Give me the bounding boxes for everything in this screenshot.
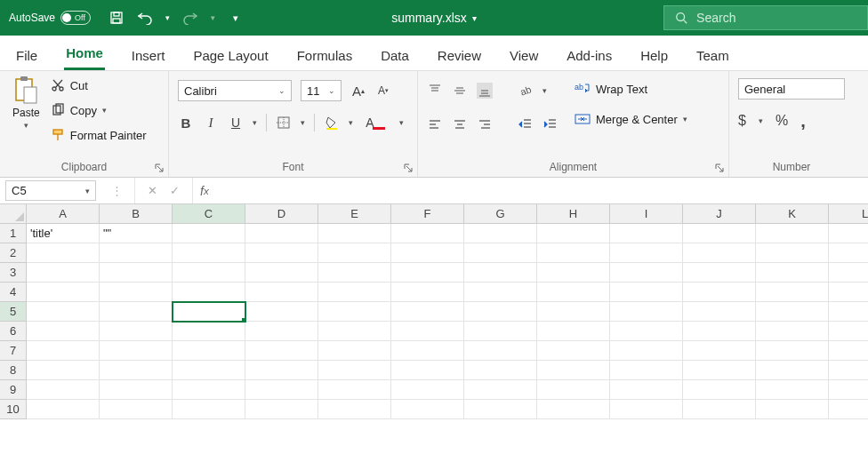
cell-C9[interactable] xyxy=(173,380,245,400)
undo-dropdown-icon[interactable]: ▾ xyxy=(165,13,170,22)
cell-F9[interactable] xyxy=(391,380,464,400)
align-right-icon[interactable] xyxy=(477,116,493,132)
autosave-toggle[interactable]: AutoSave Off xyxy=(0,11,100,25)
tab-insert[interactable]: Insert xyxy=(130,41,167,70)
column-header[interactable]: F xyxy=(391,204,464,224)
align-middle-icon[interactable] xyxy=(452,83,468,99)
cell-I2[interactable] xyxy=(610,243,683,263)
chevron-down-icon[interactable]: ▾ xyxy=(542,86,547,95)
cell-C5[interactable] xyxy=(173,302,245,322)
cell-K1[interactable] xyxy=(756,224,829,243)
paste-button[interactable]: Paste ▾ xyxy=(9,75,44,130)
tab-formulas[interactable]: Formulas xyxy=(295,41,355,70)
cell-L9[interactable] xyxy=(829,380,868,400)
column-header[interactable]: E xyxy=(318,204,391,224)
fx-icon[interactable]: fx xyxy=(193,178,216,203)
cell-F4[interactable] xyxy=(391,283,464,302)
cell-J7[interactable] xyxy=(683,341,756,361)
formula-input[interactable] xyxy=(216,178,868,203)
dialog-launcher-icon[interactable] xyxy=(403,163,414,173)
align-bottom-icon[interactable] xyxy=(477,83,493,99)
cell-D3[interactable] xyxy=(245,263,318,283)
cell-A8[interactable] xyxy=(27,361,100,380)
cell-L6[interactable] xyxy=(829,322,868,341)
cell-D9[interactable] xyxy=(245,380,318,400)
column-header[interactable]: H xyxy=(537,204,610,224)
cell-K2[interactable] xyxy=(756,243,829,263)
cell-E7[interactable] xyxy=(318,341,391,361)
row-header[interactable]: 2 xyxy=(0,243,27,263)
cell-F1[interactable] xyxy=(391,224,464,243)
cell-H9[interactable] xyxy=(537,380,610,400)
cell-A3[interactable] xyxy=(27,263,100,283)
cell-E10[interactable] xyxy=(318,400,391,419)
cell-H7[interactable] xyxy=(537,341,610,361)
align-center-icon[interactable] xyxy=(452,116,468,132)
cell-H10[interactable] xyxy=(537,400,610,419)
cell-E2[interactable] xyxy=(318,243,391,263)
cell-D5[interactable] xyxy=(245,302,318,322)
column-header[interactable]: C xyxy=(173,204,245,224)
name-box-expand[interactable]: ⋮ xyxy=(100,178,135,203)
cell-L1[interactable] xyxy=(829,224,868,243)
accounting-format-button[interactable]: $ xyxy=(738,113,746,129)
italic-button[interactable]: I xyxy=(203,115,219,131)
row-header[interactable]: 5 xyxy=(0,302,27,322)
cell-I6[interactable] xyxy=(610,322,683,341)
cell-C10[interactable] xyxy=(173,400,245,419)
tab-view[interactable]: View xyxy=(508,41,540,70)
orientation-icon[interactable]: ab xyxy=(518,83,534,99)
cell-L3[interactable] xyxy=(829,263,868,283)
spreadsheet-grid[interactable]: ABCDEFGHIJKL 12345678910 'title'"" xyxy=(0,204,868,462)
row-header[interactable]: 3 xyxy=(0,263,27,283)
cell-E3[interactable] xyxy=(318,263,391,283)
row-header[interactable]: 10 xyxy=(0,400,27,419)
cell-G6[interactable] xyxy=(464,322,537,341)
cell-C6[interactable] xyxy=(173,322,245,341)
chevron-down-icon[interactable]: ▾ xyxy=(349,118,353,127)
decrease-indent-icon[interactable] xyxy=(518,116,534,132)
tab-help[interactable]: Help xyxy=(639,41,670,70)
cut-button[interactable]: Cut xyxy=(51,75,147,96)
cell-J1[interactable] xyxy=(683,224,756,243)
cells-area[interactable]: 'title'"" xyxy=(27,224,868,419)
cell-A10[interactable] xyxy=(27,400,100,419)
tab-page-layout[interactable]: Page Layout xyxy=(191,41,269,70)
cell-G1[interactable] xyxy=(464,224,537,243)
font-name-select[interactable]: Calibri⌄ xyxy=(178,80,292,101)
cell-F10[interactable] xyxy=(391,400,464,419)
cell-L5[interactable] xyxy=(829,302,868,322)
cell-B10[interactable] xyxy=(100,400,173,419)
cell-E8[interactable] xyxy=(318,361,391,380)
cell-I9[interactable] xyxy=(610,380,683,400)
cell-D8[interactable] xyxy=(245,361,318,380)
cell-E5[interactable] xyxy=(318,302,391,322)
cell-A4[interactable] xyxy=(27,283,100,302)
cell-G7[interactable] xyxy=(464,341,537,361)
cell-D7[interactable] xyxy=(245,341,318,361)
cell-L8[interactable] xyxy=(829,361,868,380)
cell-K9[interactable] xyxy=(756,380,829,400)
cell-D4[interactable] xyxy=(245,283,318,302)
fill-color-button[interactable] xyxy=(324,115,340,131)
cell-E1[interactable] xyxy=(318,224,391,243)
cell-A6[interactable] xyxy=(27,322,100,341)
cell-B8[interactable] xyxy=(100,361,173,380)
tab-add-ins[interactable]: Add-ins xyxy=(565,41,614,70)
undo-icon[interactable] xyxy=(137,10,153,26)
cell-B5[interactable] xyxy=(100,302,173,322)
cell-K7[interactable] xyxy=(756,341,829,361)
column-header[interactable]: G xyxy=(464,204,537,224)
cell-H1[interactable] xyxy=(537,224,610,243)
select-all-corner[interactable] xyxy=(0,204,27,224)
cell-I3[interactable] xyxy=(610,263,683,283)
bold-button[interactable]: B xyxy=(178,115,194,131)
cell-D2[interactable] xyxy=(245,243,318,263)
cell-H8[interactable] xyxy=(537,361,610,380)
cell-B7[interactable] xyxy=(100,341,173,361)
tab-home[interactable]: Home xyxy=(64,38,105,70)
font-size-select[interactable]: 11⌄ xyxy=(301,80,342,101)
cell-I8[interactable] xyxy=(610,361,683,380)
tab-data[interactable]: Data xyxy=(379,41,411,70)
tab-file[interactable]: File xyxy=(14,41,39,70)
